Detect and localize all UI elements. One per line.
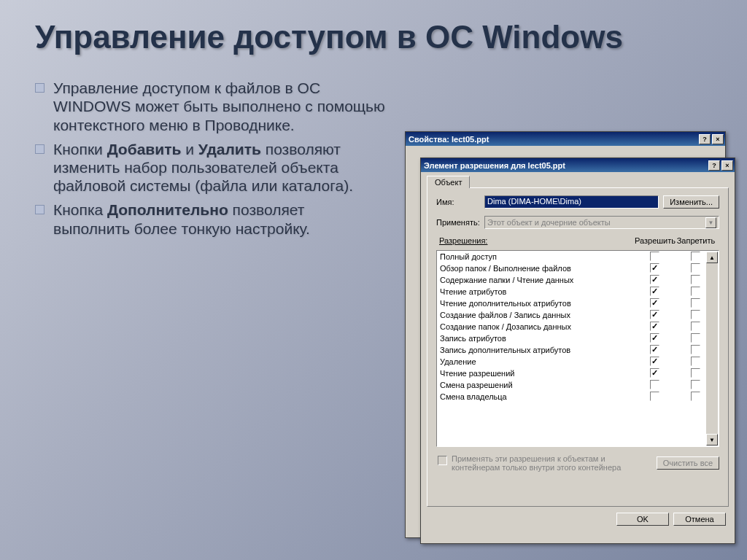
bullet-item: Кнопка Дополнительно позволяет выполнить…	[35, 201, 385, 237]
permission-name: Чтение дополнительных атрибутов	[440, 299, 634, 308]
permission-name: Смена владельца	[440, 392, 634, 401]
ok-button[interactable]: OK	[616, 513, 669, 526]
allow-checkbox[interactable]: ✓	[650, 368, 659, 378]
scrollbar[interactable]: ▲ ▼	[706, 252, 718, 446]
permission-name: Удаление	[440, 357, 634, 366]
allow-checkbox[interactable]: ✓	[650, 322, 659, 331]
permission-name: Обзор папок / Выполнение файлов	[440, 264, 634, 273]
cancel-button[interactable]: Отмена	[673, 513, 726, 526]
window-title: Элемент разрешения для lect05.ppt	[424, 161, 565, 170]
permission-name: Создание файлов / Запись данных	[440, 311, 634, 319]
titlebar[interactable]: Элемент разрешения для lect05.ppt ? ×	[421, 158, 735, 172]
bullet-text: и	[181, 141, 198, 158]
allow-checkbox[interactable]: ✓	[650, 275, 659, 284]
allow-checkbox[interactable]: ✓	[650, 287, 659, 296]
bullet-text: Управление доступом к файлов в ОС WINDOW…	[53, 79, 385, 133]
help-icon[interactable]: ?	[699, 134, 711, 144]
permission-entry-dialog: Элемент разрешения для lect05.ppt ? × Об…	[420, 158, 735, 544]
window-title: Свойства: lect05.ppt	[409, 135, 489, 144]
permissions-header: Разрешения:	[439, 236, 635, 245]
deny-checkbox[interactable]	[691, 333, 700, 343]
allow-checkbox[interactable]: ✓	[650, 310, 659, 319]
help-icon[interactable]: ?	[708, 160, 720, 171]
permission-row: Чтение атрибутов✓	[437, 286, 719, 298]
inherit-checkbox[interactable]	[438, 456, 447, 465]
tab-panel: Имя: Dima (DIMA-HOME\Dima) Изменить... П…	[427, 187, 729, 507]
bullet-text: Кнопка	[53, 201, 107, 218]
allow-checkbox[interactable]	[650, 252, 659, 261]
bullet-bold: Добавить	[107, 141, 182, 158]
deny-checkbox[interactable]	[691, 263, 700, 273]
permissions-header-row: Разрешения: Разрешить Запретить	[436, 236, 719, 247]
allow-checkbox[interactable]: ✓	[650, 345, 659, 354]
bullet-text: Кнопки	[53, 141, 107, 158]
change-button[interactable]: Изменить...	[663, 195, 719, 209]
deny-checkbox[interactable]	[691, 298, 700, 308]
allow-checkbox[interactable]: ✓	[650, 298, 659, 308]
bullet-marker-icon	[35, 205, 44, 214]
permission-name: Запись атрибутов	[440, 334, 634, 343]
dropdown-value: Этот объект и дочерние объекты	[487, 218, 611, 227]
close-icon[interactable]: ×	[721, 160, 733, 171]
bullet-bold: Удалить	[198, 141, 261, 158]
deny-checkbox[interactable]	[691, 287, 700, 296]
bullet-marker-icon	[35, 144, 44, 154]
permission-row: Запись дополнительных атрибутов✓	[437, 344, 719, 356]
permission-row: Полный доступ	[437, 251, 719, 262]
deny-checkbox[interactable]	[691, 275, 700, 284]
permission-row: Чтение разрешений✓	[437, 368, 719, 379]
deny-checkbox[interactable]	[691, 310, 700, 319]
inherit-note: Применять эти разрешения к объектам и ко…	[452, 454, 652, 472]
clear-all-button[interactable]: Очистить все	[657, 456, 719, 470]
tab-object[interactable]: Объект	[427, 176, 470, 188]
bullet-list: Управление доступом к файлов в ОС WINDOW…	[35, 64, 385, 244]
bullet-marker-icon	[35, 83, 44, 93]
permission-name: Полный доступ	[440, 252, 634, 261]
permission-row: Смена владельца	[437, 391, 719, 402]
permission-name: Чтение разрешений	[440, 369, 634, 378]
permission-name: Содержание папки / Чтение данных	[440, 276, 634, 284]
slide-title: Управление доступом в ОС Windows	[0, 0, 747, 61]
apply-to-dropdown[interactable]: Этот объект и дочерние объекты ▼	[484, 216, 719, 229]
permission-row: Обзор папок / Выполнение файлов✓	[437, 262, 719, 274]
deny-checkbox[interactable]	[691, 357, 700, 366]
deny-checkbox[interactable]	[691, 322, 700, 331]
allow-checkbox[interactable]: ✓	[650, 357, 659, 366]
deny-checkbox[interactable]	[691, 380, 700, 389]
bullet-item: Кнопки Добавить и Удалить позволяют изме…	[35, 140, 385, 195]
permission-name: Смена разрешений	[440, 381, 634, 389]
allow-checkbox[interactable]	[650, 392, 659, 401]
chevron-down-icon[interactable]: ▼	[705, 217, 716, 228]
permission-row: Создание файлов / Запись данных✓	[437, 309, 719, 321]
apply-to-label: Применять:	[436, 218, 484, 227]
deny-checkbox[interactable]	[691, 345, 700, 354]
bullet-bold: Дополнительно	[107, 201, 228, 218]
scroll-down-icon[interactable]: ▼	[706, 434, 718, 446]
permission-row: Чтение дополнительных атрибутов✓	[437, 298, 719, 309]
name-field[interactable]: Dima (DIMA-HOME\Dima)	[484, 195, 659, 209]
permissions-list: Полный доступОбзор папок / Выполнение фа…	[436, 250, 719, 447]
permission-row: Смена разрешений	[437, 379, 719, 391]
deny-checkbox[interactable]	[691, 368, 700, 378]
allow-header: Разрешить	[635, 236, 676, 245]
close-icon[interactable]: ×	[712, 134, 724, 144]
deny-checkbox[interactable]	[691, 252, 700, 261]
scroll-up-icon[interactable]: ▲	[706, 252, 718, 263]
bullet-item: Управление доступом к файлов в ОС WINDOW…	[35, 79, 385, 134]
allow-checkbox[interactable]	[650, 380, 659, 389]
deny-checkbox[interactable]	[691, 392, 700, 401]
permission-row: Запись атрибутов✓	[437, 332, 719, 344]
permission-row: Удаление✓	[437, 356, 719, 368]
deny-header: Запретить	[676, 236, 716, 245]
allow-checkbox[interactable]: ✓	[650, 263, 659, 273]
titlebar[interactable]: Свойства: lect05.ppt ? ×	[406, 132, 725, 146]
allow-checkbox[interactable]: ✓	[650, 333, 659, 343]
name-label: Имя:	[436, 198, 484, 206]
permission-name: Запись дополнительных атрибутов	[440, 346, 634, 354]
permission-name: Чтение атрибутов	[440, 287, 634, 296]
permission-row: Создание папок / Дозапись данных✓	[437, 321, 719, 332]
permission-row: Содержание папки / Чтение данных✓	[437, 274, 719, 286]
permission-name: Создание папок / Дозапись данных	[440, 322, 634, 331]
